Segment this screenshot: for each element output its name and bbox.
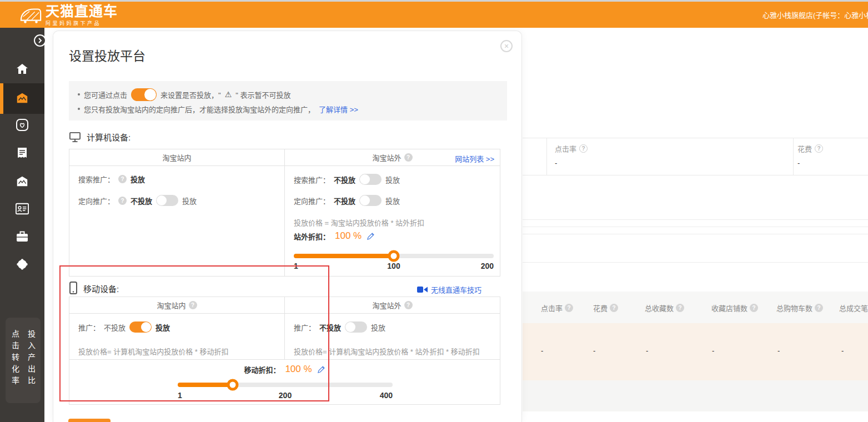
sidebar-nav: 点击转化率 投入产出比 [0, 28, 44, 422]
scale-max: 200 [481, 262, 494, 270]
state-off-text: 不投放 [131, 195, 152, 206]
question-mark-icon[interactable]: ? [565, 304, 573, 312]
wireless-tips-link[interactable]: 无线直通车技巧 [417, 284, 481, 295]
info-box: 您可通过点击 来设置是否投放，"⚠" 表示暂不可投放 您只有投放淘宝站内的定向推… [69, 81, 507, 120]
computer-outside-cell: 搜索推广： 不投放 投放 定向推广： 不投放 投放 投放价格 = 淘宝站内投放价… [284, 166, 500, 277]
search-promo-label: 搜索推广： [294, 174, 330, 185]
note-text: 您只有投放淘宝站内的定向推广后，才能选择投放淘宝站外的定向推广， [84, 104, 315, 114]
site-list-link[interactable]: 网站列表 >> [455, 153, 494, 164]
computer-inside-cell: 搜索推广： ? 投放 定向推广： ? 不投放 投放 [69, 166, 284, 277]
account-info[interactable]: 心雅小栈旗舰店(子帐号：心雅小栈 [762, 9, 868, 20]
sidebar-item-favorites[interactable] [16, 118, 29, 132]
stat-value: - [797, 159, 823, 167]
target-promo-label: 定向推广： [294, 195, 330, 206]
train-logo-icon [19, 6, 42, 26]
cell-value: - [646, 346, 648, 355]
chevron-right-icon [37, 38, 43, 43]
state-off-text: 不投放 [334, 174, 355, 185]
sidebar-item-campaign-active[interactable] [0, 83, 44, 114]
report-table-row-empty [523, 380, 868, 411]
close-icon[interactable]: × [500, 40, 513, 52]
bullet-dot [78, 93, 80, 96]
target-promo-toggle[interactable] [156, 195, 178, 206]
top-strip [0, 0, 868, 2]
app-subtitle: 阿里妈妈旗下产品 [46, 19, 118, 27]
user-icon [16, 258, 29, 271]
question-mark-icon[interactable]: ? [118, 175, 127, 183]
metrics-float-panel[interactable]: 点击转化率 投入产出比 [6, 318, 41, 403]
warning-icon: ⚠ [225, 90, 232, 99]
stat-label: 点击率 [555, 143, 576, 154]
column-header: 花费 [593, 303, 608, 313]
metric-roi: 投入产出比 [26, 330, 37, 403]
edit-pencil-icon[interactable] [367, 232, 375, 240]
summary-stats-row: 点击率? - 花费? - [523, 138, 868, 175]
toggle-knob [157, 195, 167, 205]
picture-icon [16, 175, 29, 188]
modal-title: 设置投放平台 [69, 46, 145, 64]
sidebar-item-creatives[interactable] [16, 175, 29, 188]
sidebar-item-reports[interactable] [16, 147, 29, 160]
question-mark-icon[interactable]: ? [750, 304, 758, 312]
briefcase-icon [16, 230, 29, 243]
divider [523, 262, 868, 263]
app-title: 天猫直通车 [46, 4, 118, 18]
question-mark-icon[interactable]: ? [404, 153, 413, 162]
divider [523, 219, 868, 220]
column-header: 总购物车数 [776, 303, 812, 313]
discount-label: 站外折扣： [294, 231, 330, 242]
expand-sidebar-button[interactable] [34, 34, 46, 47]
slider-track[interactable] [294, 254, 494, 258]
example-toggle[interactable] [131, 88, 157, 101]
discount-value: 100 % [335, 230, 362, 242]
stat-value: - [555, 159, 588, 167]
cell-value: - [841, 346, 844, 355]
promo-toggle[interactable] [345, 321, 367, 333]
video-icon [417, 286, 428, 293]
cell-value: - [593, 346, 595, 355]
sidebar-item-account[interactable] [16, 258, 29, 271]
sidebar-item-audience[interactable] [16, 202, 29, 215]
state-on-text: 投放 [371, 322, 385, 333]
toggle-knob [144, 89, 156, 101]
outside-discount-slider[interactable] [294, 254, 494, 258]
state-off-text: 不投放 [334, 195, 355, 206]
cell-value: - [712, 346, 714, 355]
cell-value: - [541, 346, 543, 355]
question-mark-icon[interactable]: ? [815, 144, 823, 153]
search-promo-toggle[interactable] [359, 174, 382, 185]
slider-fill [294, 254, 394, 258]
note-text: " 表示暂不可投放 [235, 89, 290, 100]
question-mark-icon[interactable]: ? [118, 197, 127, 205]
toggle-knob [360, 195, 370, 205]
toggle-knob [360, 174, 370, 184]
question-mark-icon[interactable]: ? [676, 304, 684, 312]
learn-more-link[interactable]: 了解详情 >> [319, 104, 358, 114]
stat-click-rate: 点击率? - [555, 143, 588, 167]
confirm-button[interactable] [68, 419, 111, 422]
sidebar-item-home[interactable] [16, 62, 29, 76]
question-mark-icon[interactable]: ? [579, 144, 588, 153]
annotation-rect [59, 265, 329, 401]
note-text: 来设置是否投放，" [160, 89, 221, 100]
divider [523, 234, 868, 234]
search-promo-label: 搜索推广： [78, 174, 114, 184]
stat-cost: 花费? - [797, 143, 823, 167]
slider-knob[interactable] [388, 250, 400, 262]
target-promo-toggle[interactable] [359, 195, 382, 206]
scale-mid: 100 [387, 262, 400, 270]
question-mark-icon[interactable]: ? [815, 304, 823, 312]
app-logo[interactable]: 天猫直通车 阿里妈妈旗下产品 [19, 4, 118, 27]
heart-icon [16, 118, 29, 132]
note-text: 您可通过点击 [84, 89, 127, 100]
state-on-text: 投放 [131, 174, 145, 184]
section-title: 计算机设备: [87, 131, 131, 143]
question-mark-icon[interactable]: ? [610, 304, 618, 312]
top-header: 天猫直通车 阿里妈妈旗下产品 心雅小栈旗舰店(子帐号：心雅小栈 [0, 0, 868, 28]
divider [546, 138, 547, 175]
question-mark-icon[interactable]: ? [404, 301, 413, 309]
column-taobao-outside: 淘宝站外 ? 网站列表 >> [284, 149, 500, 165]
target-promo-label: 定向推广： [78, 195, 114, 206]
column-header: 总成交笔 [839, 303, 868, 313]
sidebar-item-tools[interactable] [16, 230, 29, 243]
